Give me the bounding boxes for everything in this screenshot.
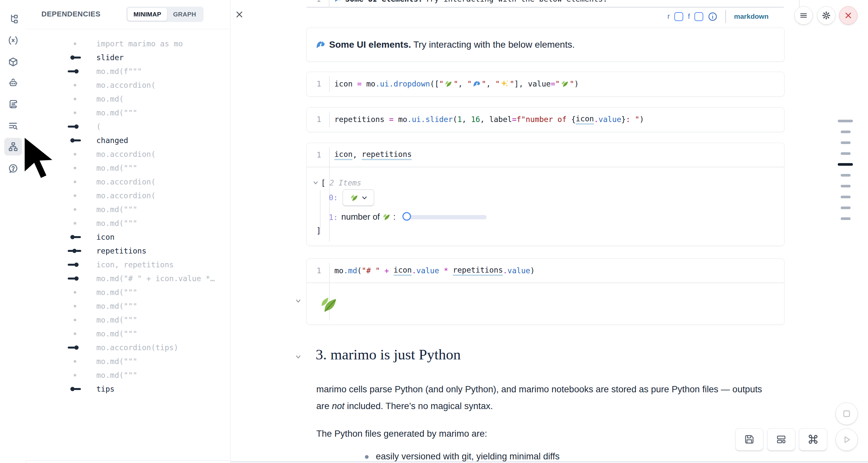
minimap-item[interactable]: mo.md("""	[26, 106, 230, 120]
shutdown-button[interactable]	[839, 6, 858, 25]
scroll-mark[interactable]	[841, 217, 850, 220]
layout-button[interactable]	[767, 428, 795, 451]
slider-track[interactable]	[405, 215, 487, 219]
sidebar-item-variables[interactable]	[4, 32, 22, 49]
tab-graph[interactable]: GRAPH	[167, 8, 202, 21]
markdown-output-cell[interactable]: Some UI elements. Try interacting with t…	[306, 28, 784, 62]
scroll-mark[interactable]	[841, 207, 850, 209]
settings-button[interactable]	[817, 6, 835, 25]
leaf-icon	[350, 193, 359, 202]
scroll-mark[interactable]	[841, 142, 850, 144]
line-number: 1	[317, 143, 321, 167]
language-badge[interactable]: markdown	[734, 12, 768, 21]
code-cell-slider[interactable]: 1 repetitions = mo.ui.slider(1, 16, labe…	[306, 107, 784, 132]
sidebar-item-packages[interactable]	[4, 53, 22, 71]
sidebar-item-outline-search[interactable]	[4, 117, 22, 135]
code-token: icon	[394, 266, 412, 276]
menu-button[interactable]	[794, 6, 813, 25]
minimap-item[interactable]: tips	[26, 382, 230, 396]
minimap-item[interactable]: mo.md("""	[26, 161, 230, 175]
section-collapse-icon[interactable]	[295, 354, 301, 360]
slider-thumb[interactable]	[402, 212, 411, 221]
code-line[interactable]: icon = mo.ui.dropdown(["", "", ""], valu…	[334, 72, 579, 96]
minimap-item[interactable]: mo.accordion(	[26, 189, 230, 203]
view-toggle: MINIMAP GRAPH	[126, 7, 204, 22]
paragraph-1: marimo cells parse Python (and only Pyth…	[316, 381, 775, 414]
minimap-item[interactable]: mo.accordion(	[26, 175, 230, 189]
minimap-item[interactable]: (	[26, 120, 230, 133]
minimap-item[interactable]: mo.md("""	[26, 354, 230, 368]
scroll-mark[interactable]	[841, 152, 850, 155]
minimap-item[interactable]: mo.accordion(tips)	[26, 341, 230, 354]
sidebar-item-help[interactable]	[4, 159, 22, 177]
scroll-mark[interactable]	[841, 196, 850, 198]
scroll-mark[interactable]	[838, 163, 853, 166]
minimap-item[interactable]: slider	[26, 51, 230, 64]
r-checkbox[interactable]	[674, 12, 683, 21]
md-editor-clipped[interactable]: 1 Some UI elements.Try interacting with …	[306, 0, 784, 7]
scroll-mark[interactable]	[841, 185, 850, 187]
minimap-item[interactable]: mo.md("""	[26, 216, 230, 230]
minimap-item[interactable]: repetitions	[26, 244, 230, 258]
file-tree-icon	[8, 14, 18, 24]
code-line[interactable]: repetitions = mo.ui.slider(1, 16, label=…	[334, 107, 644, 131]
variables-icon	[8, 35, 18, 45]
code-token: "	[454, 80, 458, 88]
minimap-item[interactable]: mo.md("""	[26, 368, 230, 382]
tree-open-bracket: [	[321, 179, 326, 188]
cell-collapse-icon[interactable]	[295, 299, 301, 304]
sidebar-item-dependencies[interactable]	[4, 138, 22, 156]
bullet-item: easily versioned with git, yielding mini…	[376, 451, 560, 462]
minimap-item-label: (	[96, 122, 101, 131]
scroll-mark[interactable]	[841, 130, 850, 133]
command-palette-button[interactable]	[799, 428, 827, 451]
minimap-item[interactable]: mo.md("# " + icon.value *…	[26, 272, 230, 285]
code-cell-md-expr[interactable]: 1 mo.md("# " + icon.value * repetitions.…	[306, 258, 784, 325]
minimap-item[interactable]: mo.accordion(	[26, 147, 230, 161]
info-icon[interactable]	[708, 12, 717, 21]
stop-icon	[842, 409, 851, 419]
minimap-item[interactable]: mo.md(	[26, 92, 230, 106]
save-button[interactable]	[735, 428, 764, 451]
code-token	[389, 266, 394, 275]
dependencies-header: DEPENDENCIES MINIMAP GRAPH	[26, 0, 230, 29]
editor-rest-text: Try interacting with the below elements.	[425, 0, 607, 3]
minimap-item-label: mo.md("""	[96, 288, 137, 297]
tab-minimap[interactable]: MINIMAP	[128, 8, 167, 21]
code-token: 16	[471, 115, 480, 124]
code-token: .	[412, 266, 416, 275]
minimap-item[interactable]: icon, repetitions	[26, 258, 230, 272]
stop-button[interactable]	[835, 402, 858, 425]
code-line[interactable]: icon, repetitions	[334, 143, 412, 167]
minimap-item[interactable]: icon	[26, 230, 230, 244]
tree-index-0: 0:	[329, 193, 338, 202]
minimap-marker-use	[68, 341, 84, 354]
minimap-item[interactable]: changed	[26, 133, 230, 147]
run-button[interactable]	[835, 429, 858, 451]
code-line[interactable]: mo.md("# " + icon.value * repetitions.va…	[334, 259, 535, 282]
sidebar-item-logs[interactable]	[4, 95, 22, 113]
f-checkbox[interactable]	[694, 12, 703, 21]
package-cube-icon	[8, 57, 18, 67]
minimap-item[interactable]: mo.md("""	[26, 285, 230, 299]
tree-collapse-icon[interactable]	[313, 181, 318, 185]
close-panel-button[interactable]	[234, 9, 245, 20]
minimap-item[interactable]: mo.md("""	[26, 203, 230, 216]
paragraph-1-emphasis: not	[332, 401, 344, 411]
minimap-item[interactable]: mo.md("""	[26, 299, 230, 313]
minimap-item[interactable]: mo.accordion(	[26, 78, 230, 92]
sidebar-item-ai-assistant[interactable]	[4, 74, 22, 92]
scroll-mark[interactable]	[841, 174, 850, 177]
minimap-item[interactable]: mo.md("""	[26, 327, 230, 341]
code-token: )	[640, 115, 644, 124]
code-cell-tuple[interactable]: 1 icon, repetitions	[306, 143, 784, 246]
minimap-item[interactable]: mo.md(f"""	[26, 64, 230, 78]
minimap-item-label: mo.accordion(	[96, 150, 156, 158]
scroll-mark[interactable]	[838, 120, 853, 122]
markdown-cell-toolbar: r f markdown	[668, 8, 768, 25]
code-cell-dropdown[interactable]: 1 icon = mo.ui.dropdown(["", "", ""], va…	[306, 72, 784, 97]
dropdown-control[interactable]	[343, 189, 374, 206]
minimap-item[interactable]: mo.md("""	[26, 313, 230, 327]
sidebar-item-file-tree[interactable]	[4, 10, 22, 28]
minimap-item[interactable]: import marimo as mo	[26, 37, 230, 51]
